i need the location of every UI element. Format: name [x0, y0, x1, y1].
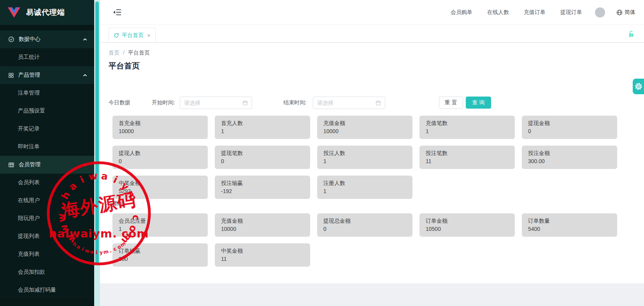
stat-value: 300: [119, 255, 202, 263]
stat-value: 1: [426, 127, 509, 135]
sidebar-item[interactable]: 会员列表: [0, 174, 94, 192]
chevron-up-icon: [83, 38, 87, 41]
nav-item[interactable]: 充值订单: [524, 9, 546, 16]
stat-card: 订单输赢300: [112, 243, 208, 267]
stat-card: 投注金额300.00: [522, 146, 617, 169]
calendar-icon: [242, 100, 248, 106]
sidebar-item[interactable]: 充值列表: [0, 245, 94, 263]
stat-value: -192: [221, 187, 304, 195]
stat-card: 中奖金额11: [215, 243, 310, 267]
stat-label: 会员总注册: [119, 216, 202, 225]
sidebar-item[interactable]: 开奖记录: [0, 120, 94, 138]
query-button[interactable]: 查 询: [466, 97, 491, 109]
sidebar-item[interactable]: 会员加减打码量: [0, 281, 94, 299]
stat-label: 投注笔数: [426, 149, 509, 157]
stat-value: 0: [221, 157, 304, 165]
app-title: 易诚代理端: [26, 7, 65, 18]
stat-value: 1: [323, 157, 406, 165]
gear-icon: [634, 82, 643, 91]
close-icon[interactable]: ×: [147, 32, 151, 39]
tab-label: 平台首页: [122, 32, 144, 39]
stat-card: 首充金额10000: [112, 116, 208, 139]
sidebar-item[interactable]: 即时注单: [0, 138, 94, 156]
nav-item[interactable]: 会员购单: [451, 9, 472, 16]
sidebar-item[interactable]: 产品预设置: [0, 102, 94, 120]
sidebar-item[interactable]: 会员加扣款: [0, 263, 94, 281]
today-data-label: 今日数据: [109, 99, 130, 106]
avatar[interactable]: [595, 7, 605, 18]
stat-value: 0: [119, 157, 202, 165]
nav-item[interactable]: 在线人数: [487, 9, 509, 16]
end-time-label: 结束时间:: [283, 99, 307, 106]
sidebar-group-label: 会员管理: [19, 161, 40, 168]
filter-row: 今日数据 开始时间: 结束时间: 重 置 查 询: [109, 96, 491, 109]
sidebar-scrollbar[interactable]: [94, 0, 100, 306]
sidebar-item[interactable]: 在线用户: [0, 192, 94, 209]
stat-label: 首充人数: [221, 119, 304, 127]
stat-label: 中奖金额: [119, 179, 202, 187]
start-date-input[interactable]: [180, 97, 252, 109]
stat-card: 提现人数0: [112, 146, 208, 169]
stat-card: 首充人数1: [215, 116, 310, 139]
breadcrumb-home[interactable]: 首页: [109, 49, 119, 56]
total-stats-grid: 会员总注册1充值金额10000提现总金额0订单金额10500订单数量5400订单…: [112, 213, 617, 267]
nav-item[interactable]: 提现订单: [560, 9, 582, 16]
stat-card: 会员总注册1: [112, 213, 208, 237]
sidebar-group-2[interactable]: 会员管理: [0, 156, 94, 174]
total-data-label: 总数据: [109, 200, 125, 207]
unlock-icon[interactable]: [628, 30, 634, 37]
page-content: 首页 / 平台首页 平台首页 今日数据 开始时间: 结束时间: 重 置 查 询: [100, 43, 644, 283]
sidebar-group-0[interactable]: 数据中心: [0, 30, 94, 48]
stat-label: 提现笔数: [221, 149, 304, 157]
calendar-icon: [376, 100, 381, 106]
stat-value: 1: [221, 127, 304, 135]
stat-value: 10000: [323, 127, 406, 135]
sidebar-item[interactable]: 员工统计: [0, 48, 94, 66]
globe-icon: [616, 9, 623, 16]
tab-platform-home[interactable]: 平台首页 ×: [109, 28, 156, 42]
reset-button[interactable]: 重 置: [439, 97, 463, 109]
stat-label: 提现总金额: [323, 216, 406, 225]
stat-value: 0: [323, 225, 406, 233]
start-date-field[interactable]: [184, 100, 240, 106]
stat-label: 订单数量: [528, 216, 611, 225]
stat-label: 订单输赢: [119, 246, 202, 255]
page-title: 平台首页: [109, 61, 140, 71]
refresh-icon[interactable]: [114, 33, 119, 38]
stat-label: 充值金额: [323, 119, 406, 127]
stat-card: 投注输赢-192: [215, 176, 310, 199]
sidebar-menu: 数据中心员工统计产品管理注单管理产品预设置开奖记录即时注单会员管理会员列表在线用…: [0, 30, 94, 299]
stat-card: 投注笔数11: [419, 146, 515, 169]
top-header: 会员购单在线人数充值订单提现订单 简体: [100, 0, 644, 25]
logo-icon: [7, 6, 21, 19]
stat-card: 提现总金额0: [317, 213, 412, 237]
sidebar-item[interactable]: 注单管理: [0, 84, 94, 102]
stat-value: 5400: [528, 225, 611, 233]
stat-value: 10000: [119, 127, 202, 135]
scrollbar-thumb[interactable]: [95, 2, 99, 264]
check-circle-icon: [8, 36, 14, 42]
stat-label: 投注金额: [528, 149, 611, 157]
stat-label: 注册人数: [323, 179, 406, 187]
stat-card: 中奖金额5292: [112, 176, 208, 199]
stat-card: 提现笔数0: [215, 146, 310, 169]
sidebar-group-1[interactable]: 产品管理: [0, 66, 94, 84]
stat-label: 订单金额: [426, 216, 509, 225]
sidebar-item[interactable]: 提现列表: [0, 227, 94, 245]
settings-gear-button[interactable]: [633, 79, 644, 94]
stat-value: 1: [323, 187, 406, 195]
collapse-sidebar-icon[interactable]: [113, 9, 122, 16]
tab-bar: 平台首页 ×: [100, 25, 644, 43]
language-switcher[interactable]: 简体: [616, 9, 635, 16]
stat-value: 11: [426, 157, 509, 165]
stat-label: 充值笔数: [426, 119, 509, 127]
stat-label: 中奖金额: [221, 246, 304, 255]
end-date-input[interactable]: [313, 97, 385, 109]
start-time-label: 开始时间:: [152, 99, 175, 106]
sidebar-item[interactable]: 陪玩用户: [0, 209, 94, 227]
stat-card: 充值金额10000: [317, 116, 412, 139]
stat-value: 1: [119, 225, 202, 233]
stat-card: 注册人数1: [317, 176, 412, 199]
end-date-field[interactable]: [317, 100, 373, 106]
stat-label: 投注输赢: [221, 179, 304, 187]
